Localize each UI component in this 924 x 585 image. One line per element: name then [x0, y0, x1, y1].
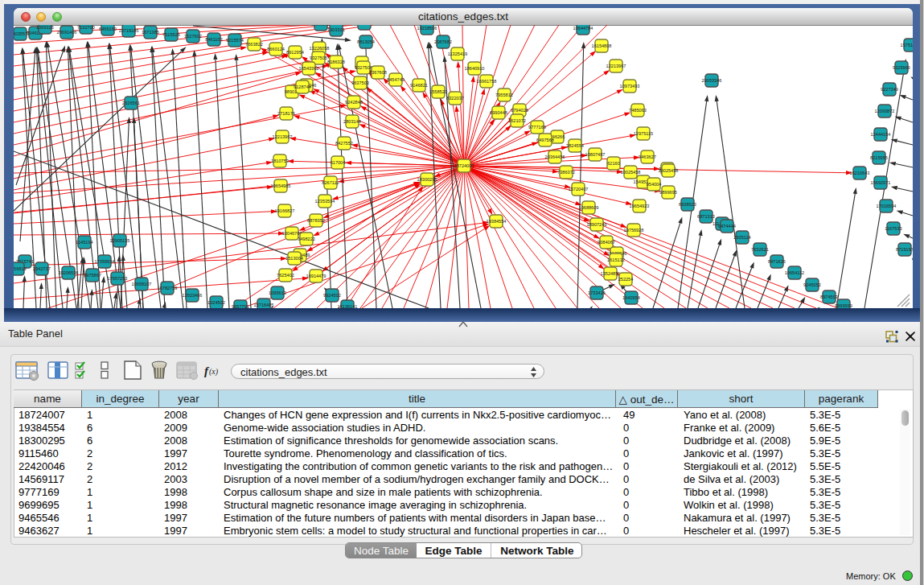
svg-text:16033809: 16033809 — [311, 25, 331, 27]
svg-text:3498222: 3498222 — [298, 237, 315, 241]
svg-text:9245052: 9245052 — [803, 282, 821, 287]
svg-text:19654923: 19654923 — [630, 204, 650, 208]
svg-text:2367608: 2367608 — [369, 70, 387, 75]
svg-text:10046766: 10046766 — [282, 231, 302, 236]
svg-text:12093872: 12093872 — [875, 109, 895, 113]
svg-text:9463627: 9463627 — [639, 154, 656, 159]
svg-text:17016504: 17016504 — [877, 204, 897, 208]
svg-text:12353594: 12353594 — [315, 199, 335, 204]
svg-text:8878352: 8878352 — [307, 218, 325, 223]
svg-text:12213967: 12213967 — [606, 64, 626, 68]
svg-text:8719197: 8719197 — [896, 247, 913, 252]
svg-text:2718176: 2718176 — [277, 111, 295, 116]
svg-text:1513004: 1513004 — [285, 256, 303, 261]
svg-text:19654985: 19654985 — [271, 183, 291, 188]
svg-text:1810753: 1810753 — [271, 159, 289, 163]
svg-text:7386372: 7386372 — [557, 170, 575, 175]
svg-text:10644784: 10644784 — [573, 26, 593, 31]
svg-text:18724007: 18724007 — [454, 163, 474, 168]
svg-text:1527602: 1527602 — [184, 34, 202, 39]
svg-text:2935114: 2935114 — [733, 235, 750, 240]
svg-text:10025458: 10025458 — [659, 168, 679, 173]
svg-text:1156819: 1156819 — [14, 266, 27, 271]
svg-text:1615132: 1615132 — [607, 257, 625, 262]
svg-text:10719185: 10719185 — [119, 28, 139, 33]
svg-text:2803144: 2803144 — [343, 119, 361, 124]
svg-text:15692971: 15692971 — [871, 180, 891, 185]
svg-text:10807487: 10807487 — [585, 152, 606, 157]
svg-text:8938923: 8938923 — [679, 202, 696, 207]
svg-text:16210643: 16210643 — [850, 171, 870, 175]
svg-text:16782759: 16782759 — [158, 286, 178, 290]
svg-text:2087682: 2087682 — [434, 39, 452, 44]
svg-text:12975115: 12975115 — [634, 131, 653, 136]
svg-text:6990448: 6990448 — [490, 110, 507, 115]
svg-text:16961758: 16961758 — [477, 79, 497, 84]
svg-text:1671385: 1671385 — [142, 30, 159, 35]
svg-text:8322037: 8322037 — [446, 96, 464, 101]
svg-text:7515526: 7515526 — [162, 32, 180, 37]
svg-text:20206536: 20206536 — [59, 270, 79, 275]
svg-text:9215574: 9215574 — [226, 38, 244, 43]
svg-text:1558520: 1558520 — [429, 89, 447, 94]
svg-text:1167533: 1167533 — [885, 226, 901, 231]
svg-text:15751074: 15751074 — [901, 43, 913, 47]
svg-text:2942737: 2942737 — [33, 266, 51, 271]
svg-text:7132700: 7132700 — [77, 25, 95, 30]
svg-text:9924502: 9924502 — [323, 293, 341, 298]
svg-text:20053346: 20053346 — [702, 78, 722, 83]
svg-text:12923466: 12923466 — [183, 293, 203, 298]
svg-text:9242848: 9242848 — [345, 100, 363, 105]
svg-text:9899695: 9899695 — [659, 190, 677, 195]
svg-text:15136141: 15136141 — [338, 304, 358, 308]
svg-text:10025458: 10025458 — [621, 170, 641, 175]
svg-text:10688609: 10688609 — [579, 205, 599, 210]
svg-text:8813054: 8813054 — [357, 39, 375, 44]
svg-text:13226058: 13226058 — [310, 46, 330, 51]
svg-text:1065326: 1065326 — [36, 25, 54, 30]
svg-text:19218506: 19218506 — [417, 26, 437, 31]
svg-text:12213967: 12213967 — [273, 134, 293, 139]
svg-text:9084067: 9084067 — [598, 240, 615, 245]
svg-text:9777169: 9777169 — [528, 125, 546, 130]
svg-text:(x): (x) — [209, 367, 219, 377]
svg-text:1903301: 1903301 — [327, 27, 345, 32]
svg-text:16154808: 16154808 — [592, 43, 612, 48]
svg-text:15716485: 15716485 — [254, 303, 274, 307]
svg-text:6497568: 6497568 — [536, 138, 554, 142]
svg-text:18640910: 18640910 — [465, 66, 485, 71]
svg-text:8427552: 8427552 — [335, 141, 353, 146]
svg-text:15720407: 15720407 — [569, 187, 589, 192]
svg-text:8471626: 8471626 — [768, 259, 786, 264]
svg-text:3824554: 3824554 — [566, 143, 584, 148]
svg-text:9999999: 9999999 — [835, 303, 852, 308]
svg-text:6466160: 6466160 — [99, 27, 117, 31]
svg-text:1640954: 1640954 — [622, 295, 640, 300]
svg-text:9657791: 9657791 — [232, 304, 249, 308]
svg-text:7632621: 7632621 — [751, 247, 769, 252]
svg-text:18300295: 18300295 — [417, 177, 437, 182]
svg-text:7625402: 7625402 — [277, 273, 294, 278]
svg-text:10654112: 10654112 — [785, 270, 804, 275]
svg-text:617004: 617004 — [331, 160, 346, 165]
svg-text:17359934: 17359934 — [95, 259, 115, 264]
svg-text:8660124: 8660124 — [267, 47, 285, 51]
svg-text:9329966: 9329966 — [893, 65, 910, 70]
svg-text:8461103: 8461103 — [205, 37, 222, 42]
svg-text:20364456: 20364456 — [545, 154, 565, 159]
svg-text:1024502: 1024502 — [207, 300, 225, 305]
svg-text:11325419: 11325419 — [448, 51, 467, 56]
svg-text:12905135: 12905135 — [110, 238, 130, 243]
svg-text:2626561: 2626561 — [122, 101, 140, 105]
svg-text:8974503: 8974503 — [820, 295, 838, 299]
svg-text:1621072: 1621072 — [508, 118, 526, 123]
svg-text:7357224: 7357224 — [355, 25, 373, 26]
svg-text:19756928: 19756928 — [624, 228, 644, 233]
svg-text:19384554: 19384554 — [487, 219, 507, 224]
svg-text:16914479: 16914479 — [306, 274, 326, 278]
svg-text:8186328: 8186328 — [327, 60, 345, 64]
svg-text:17957253: 17957253 — [108, 276, 128, 281]
svg-text:9975867: 9975867 — [84, 273, 101, 278]
svg-text:10958107: 10958107 — [132, 282, 152, 286]
svg-text:13524851: 13524851 — [601, 271, 621, 276]
